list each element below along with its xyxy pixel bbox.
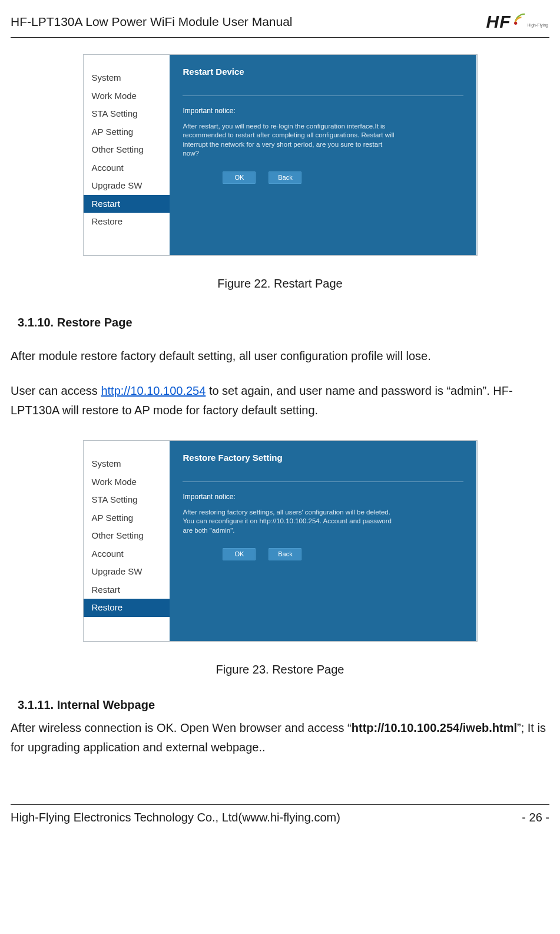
sidebar-item-ap-setting[interactable]: AP Setting: [84, 123, 170, 141]
config-url-link[interactable]: http://10.10.100.254: [101, 384, 206, 397]
svg-point-0: [514, 22, 517, 25]
figure-23-screenshot: SystemWork ModeSTA SettingAP SettingOthe…: [83, 440, 478, 642]
logo: HF High-Flying: [486, 8, 549, 35]
fig23-sidebar: SystemWork ModeSTA SettingAP SettingOthe…: [84, 441, 170, 641]
sidebar-item-system[interactable]: System: [84, 69, 170, 87]
section-3-1-10-p1: After module restore factory default set…: [11, 346, 549, 366]
fig23-panel-rule: [183, 481, 463, 482]
sidebar-item-account[interactable]: Account: [84, 159, 170, 177]
fig23-notice-label: Important notice:: [183, 491, 463, 502]
fig23-notice-body: After restoring factory settings, all us…: [183, 508, 395, 536]
sidebar-item-ap-setting[interactable]: AP Setting: [84, 509, 170, 527]
fig23-ok-button[interactable]: OK: [223, 548, 256, 560]
logo-text: HF: [486, 8, 511, 35]
sidebar-item-sta-setting[interactable]: STA Setting: [84, 105, 170, 123]
fig22-sidebar: SystemWork ModeSTA SettingAP SettingOthe…: [84, 55, 170, 255]
footer-company: High-Flying Electronics Technology Co., …: [11, 808, 340, 826]
sidebar-item-restart[interactable]: Restart: [84, 195, 170, 213]
fig23-panel-title: Restore Factory Setting: [183, 451, 463, 465]
fig22-panel-title: Restart Device: [183, 65, 463, 79]
sidebar-item-upgrade-sw[interactable]: Upgrade SW: [84, 177, 170, 195]
sidebar-item-account[interactable]: Account: [84, 545, 170, 563]
logo-subtext: High-Flying: [528, 22, 548, 29]
sidebar-item-work-mode[interactable]: Work Mode: [84, 473, 170, 491]
fig22-panel-rule: [183, 95, 463, 96]
fig23-back-button[interactable]: Back: [269, 548, 301, 560]
doc-title: HF-LPT130A Low Power WiFi Module User Ma…: [11, 12, 293, 31]
sidebar-item-other-setting[interactable]: Other Setting: [84, 141, 170, 159]
sidebar-item-restore[interactable]: Restore: [84, 213, 170, 231]
header-rule: [11, 37, 549, 38]
wifi-icon: [512, 11, 528, 32]
section-3-1-10-heading: 3.1.10. Restore Page: [18, 313, 549, 331]
iweb-url: http://10.10.100.254/iweb.html: [352, 721, 517, 734]
sidebar-item-upgrade-sw[interactable]: Upgrade SW: [84, 563, 170, 581]
page-header: HF-LPT130A Low Power WiFi Module User Ma…: [11, 8, 549, 35]
section-3-1-11-heading: 3.1.11. Internal Webpage: [18, 696, 549, 714]
sidebar-item-restart[interactable]: Restart: [84, 581, 170, 599]
fig23-panel: Restore Factory Setting Important notice…: [170, 441, 476, 641]
figure-22-screenshot: SystemWork ModeSTA SettingAP SettingOthe…: [83, 54, 478, 256]
figure-23-caption: Figure 23. Restore Page: [11, 661, 549, 678]
fig22-panel: Restart Device Important notice: After r…: [170, 55, 476, 255]
fig22-notice-label: Important notice:: [183, 105, 463, 116]
sidebar-item-system[interactable]: System: [84, 455, 170, 473]
fig22-notice-body: After restart, you will need to re-login…: [183, 122, 395, 159]
sidebar-item-other-setting[interactable]: Other Setting: [84, 527, 170, 545]
sidebar-item-work-mode[interactable]: Work Mode: [84, 87, 170, 105]
p3-a: After wireless connection is OK. Open We…: [11, 721, 352, 734]
sidebar-item-restore[interactable]: Restore: [84, 599, 170, 617]
fig22-back-button[interactable]: Back: [269, 171, 301, 184]
page-number: - 26 -: [522, 808, 549, 826]
fig22-ok-button[interactable]: OK: [223, 171, 256, 184]
figure-22-caption: Figure 22. Restart Page: [11, 275, 549, 292]
section-3-1-11-p: After wireless connection is OK. Open We…: [11, 718, 549, 757]
p2-a: User can access: [11, 384, 101, 397]
sidebar-item-sta-setting[interactable]: STA Setting: [84, 491, 170, 509]
section-3-1-10-p2: User can access http://10.10.100.254 to …: [11, 381, 549, 420]
